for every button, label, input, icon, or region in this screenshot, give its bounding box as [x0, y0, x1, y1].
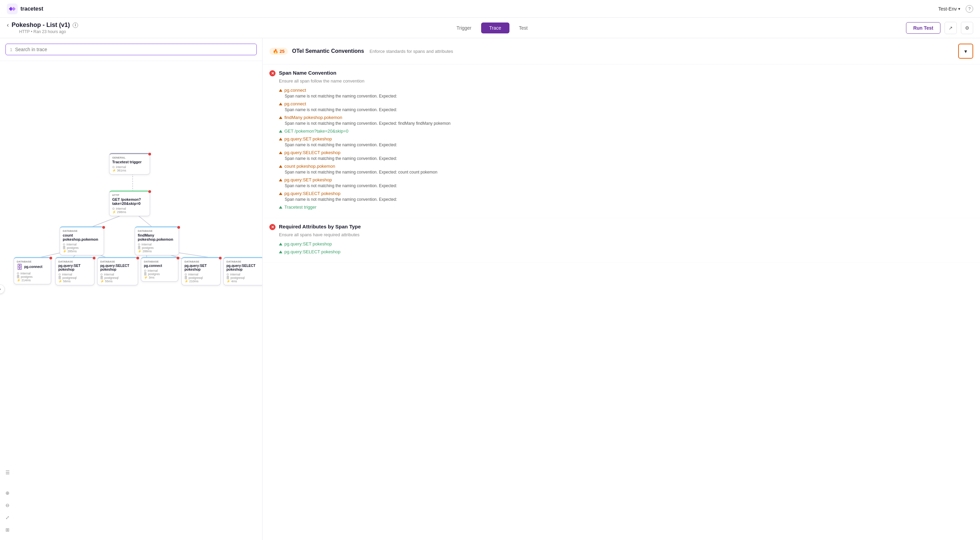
zoom-in-icon[interactable]: ⊕ — [3, 488, 12, 498]
main-content: 1 › — [0, 38, 980, 540]
trace-panel: 1 › — [0, 38, 262, 540]
list-item: count pokeshop.pokemon Span name is not … — [279, 164, 973, 175]
conventions-chevron-button[interactable]: ▾ — [958, 44, 973, 59]
zoom-out-icon[interactable]: ⊖ — [3, 500, 12, 510]
span-name-req-pg-query-select[interactable]: pg.query:SELECT pokeshop — [279, 249, 973, 254]
section-span-name: ✕ Span Name Convention Ensure all span f… — [262, 64, 980, 218]
tab-trace[interactable]: Trace — [481, 22, 509, 33]
logo-icon — [7, 3, 18, 14]
tab-test[interactable]: Test — [511, 22, 536, 33]
list-item: pg.query:SELECT pokeshop Span name is no… — [279, 191, 973, 202]
warning-icon — [279, 138, 282, 140]
trace-diagram: GENERAL Tracetest trigger ⊙internal ⚡361… — [0, 61, 262, 540]
conventions-badge: 🔥 25 — [269, 48, 288, 55]
search-wrapper: 1 — [5, 44, 257, 55]
span-name-pg-connect-2[interactable]: pg.connect — [279, 101, 973, 106]
span-error-msg: Span name is not matching the naming con… — [285, 197, 973, 202]
info-icon[interactable]: i — [73, 22, 78, 28]
span-name-pg-query-set-1[interactable]: pg.query:SET pokeshop — [279, 137, 973, 141]
node-pg-connect-1[interactable]: DATABASE 🗄 pg.connect ⊙internal 🗄postgre… — [14, 257, 51, 284]
subheader-right: Run Test ↗ ⚙ — [906, 22, 973, 34]
span-error-msg: Span name is not matching the naming con… — [285, 94, 973, 98]
node-count-pokemon[interactable]: DATABASE count pokeshop.pokemon ⊙interna… — [60, 226, 104, 255]
error-dot — [93, 257, 95, 259]
settings-button[interactable]: ⚙ — [961, 22, 973, 34]
search-line-num: 1 — [10, 47, 12, 52]
span-name-get-pokemon[interactable]: GET /pokemon?take=20&skip=0 — [279, 129, 973, 133]
span-name-tracetest-trigger[interactable]: Tracetest trigger — [279, 205, 973, 210]
export-icon: ↗ — [949, 25, 953, 31]
chevron-down-icon: ▾ — [964, 48, 967, 54]
warning-icon — [279, 165, 282, 168]
list-icon[interactable]: ☰ — [3, 468, 12, 477]
env-selector[interactable]: Test-Env ▾ — [939, 6, 960, 11]
back-button[interactable]: ‹ — [7, 21, 9, 29]
node-http-get[interactable]: HTTP GET /pokemon? take=20&skip=0 ⊙inter… — [109, 191, 150, 216]
list-item: GET /pokemon?take=20&skip=0 — [279, 129, 973, 133]
settings-icon: ⚙ — [965, 25, 969, 31]
span-error-msg: Span name is not matching the naming con… — [285, 107, 973, 112]
warning-icon — [279, 192, 282, 195]
list-item: pg.connect Span name is not matching the… — [279, 87, 973, 98]
span-name-pg-query-set-2[interactable]: pg.query:SET pokeshop — [279, 177, 973, 183]
node-trigger[interactable]: GENERAL Tracetest trigger ⊙internal ⚡361… — [109, 153, 150, 175]
node-pg-query-set-2[interactable]: DATABASE pg.query:SET pokeshop ⊙internal… — [181, 257, 221, 285]
section-error-icon: ✕ — [269, 224, 275, 230]
search-input[interactable] — [15, 47, 252, 52]
section-title: Span Name Convention — [279, 70, 336, 76]
span-error-msg: Span name is not matching the naming con… — [285, 143, 973, 147]
error-dot — [148, 190, 151, 193]
conventions-panel: 🔥 25 OTel Semantic Conventions Enforce s… — [262, 38, 980, 540]
node-pg-query-select-1[interactable]: DATABASE pg.query:SELECT pokeshop ⊙inter… — [97, 257, 138, 285]
search-bar: 1 — [0, 38, 262, 61]
fire-icon: 🔥 — [273, 49, 278, 54]
export-button[interactable]: ↗ — [945, 22, 957, 34]
help-button[interactable]: ? — [966, 5, 973, 13]
node-pg-query-select-2[interactable]: DATABASE pg.query:SELECT pokeshop ⊙inter… — [223, 257, 262, 285]
warning-icon — [279, 179, 282, 181]
span-name-pg-connect-1[interactable]: pg.connect — [279, 87, 973, 93]
span-error-msg: Span name is not matching the naming con… — [285, 170, 973, 175]
panel-toggle-button[interactable]: › — [0, 284, 5, 294]
list-item: Tracetest trigger — [279, 205, 973, 210]
error-dot — [219, 257, 222, 259]
conventions-subtitle: Enforce standards for spans and attribut… — [370, 49, 453, 54]
span-error-msg: Span name is not matching the naming con… — [285, 121, 973, 126]
list-item: pg.query:SELECT pokeshop — [279, 249, 973, 254]
span-name-req-pg-query-set[interactable]: pg.query:SET pokeshop — [279, 241, 973, 246]
list-item: pg.query:SET pokeshop Span name is not m… — [279, 177, 973, 188]
ok-icon — [279, 251, 282, 253]
section-error-icon: ✕ — [269, 70, 275, 76]
ok-icon — [279, 243, 282, 245]
node-find-many[interactable]: DATABASE findMany pokeshop.pokemon ⊙inte… — [135, 226, 179, 255]
layout-icon[interactable]: ⊞ — [3, 525, 12, 535]
list-item: findMany pokeshop.pokemon Span name is n… — [279, 115, 973, 126]
conventions-title-row: 🔥 25 OTel Semantic Conventions Enforce s… — [269, 48, 453, 55]
span-error-msg: Span name is not matching the naming con… — [285, 156, 973, 161]
list-item: pg.query:SET pokeshop Span name is not m… — [279, 137, 973, 147]
diagram-toolbar: ☰ ⊕ ⊖ ⤢ ⊞ — [3, 468, 12, 535]
page-meta: HTTP • Ran 23 hours ago — [19, 29, 78, 34]
subheader-left: ‹ Pokeshop - List (v1) i HTTP • Ran 23 h… — [7, 21, 78, 34]
warning-icon — [279, 103, 282, 105]
span-name-findmany[interactable]: findMany pokeshop.pokemon — [279, 115, 973, 120]
fit-screen-icon[interactable]: ⤢ — [3, 513, 12, 522]
run-test-button[interactable]: Run Test — [906, 22, 940, 34]
span-name-pg-query-select-1[interactable]: pg.query:SELECT pokeshop — [279, 150, 973, 155]
span-error-msg: Span name is not matching the naming con… — [285, 183, 973, 188]
warning-icon — [279, 89, 282, 92]
navbar-right: Test-Env ▾ ? — [939, 5, 973, 13]
logo-area: tracetest — [7, 3, 43, 14]
error-dot — [177, 257, 179, 259]
span-name-pg-query-select-2[interactable]: pg.query:SELECT pokeshop — [279, 191, 973, 196]
section-header: ✕ Required Attributes by Span Type — [269, 224, 973, 230]
env-chevron: ▾ — [958, 6, 960, 11]
section-header: ✕ Span Name Convention — [269, 70, 973, 76]
help-label: ? — [969, 6, 971, 11]
node-pg-query-set-1[interactable]: DATABASE pg.query:SET pokeshop ⊙internal… — [55, 257, 94, 285]
node-pg-connect-2[interactable]: DATABASE pg.connect ⊙internal 🗄postgres … — [141, 257, 178, 281]
subheader: ‹ Pokeshop - List (v1) i HTTP • Ran 23 h… — [0, 18, 980, 38]
tab-bar: Trigger Trace Test — [449, 22, 536, 33]
span-name-count-pokemon[interactable]: count pokeshop.pokemon — [279, 164, 973, 169]
tab-trigger[interactable]: Trigger — [449, 22, 480, 33]
